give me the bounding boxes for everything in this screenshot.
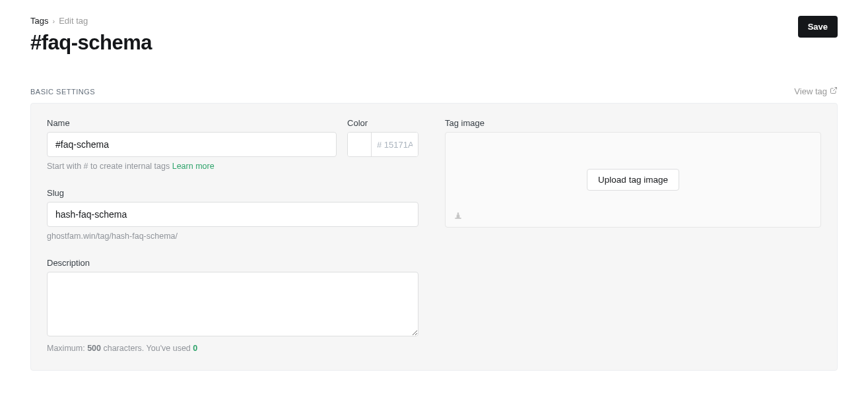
color-label: Color [347, 118, 418, 128]
color-input[interactable] [372, 133, 418, 156]
tag-image-label: Tag image [445, 118, 821, 128]
description-input[interactable] [47, 272, 418, 336]
tag-image-dropzone[interactable]: Upload tag image [445, 132, 821, 228]
slug-hint: ghostfam.win/tag/hash-faq-schema/ [47, 232, 418, 241]
name-hint: Start with # to create internal tags Lea… [47, 162, 337, 171]
save-button[interactable]: Save [798, 16, 838, 38]
learn-more-link[interactable]: Learn more [172, 162, 215, 171]
name-input[interactable] [47, 132, 337, 157]
upload-tag-image-button[interactable]: Upload tag image [587, 169, 679, 191]
description-hint: Maximum: 500 characters. You've used 0 [47, 344, 418, 353]
slug-label: Slug [47, 188, 418, 198]
basic-settings-panel: Name Start with # to create internal tag… [30, 103, 838, 371]
external-link-icon [830, 86, 838, 96]
view-tag-link[interactable]: View tag [794, 86, 838, 96]
breadcrumb-current: Edit tag [59, 16, 88, 26]
view-tag-label: View tag [794, 86, 827, 96]
upload-icon [453, 211, 463, 220]
breadcrumb: Tags › Edit tag [30, 16, 152, 26]
slug-input[interactable] [47, 202, 418, 227]
page-title: #faq-schema [30, 31, 152, 55]
color-swatch[interactable] [348, 133, 372, 156]
name-label: Name [47, 118, 337, 128]
svg-line-0 [833, 88, 837, 92]
chevron-right-icon: › [52, 17, 55, 25]
section-heading-basic-settings: BASIC SETTINGS [30, 88, 95, 96]
breadcrumb-tags-link[interactable]: Tags [30, 16, 48, 26]
description-label: Description [47, 258, 418, 268]
